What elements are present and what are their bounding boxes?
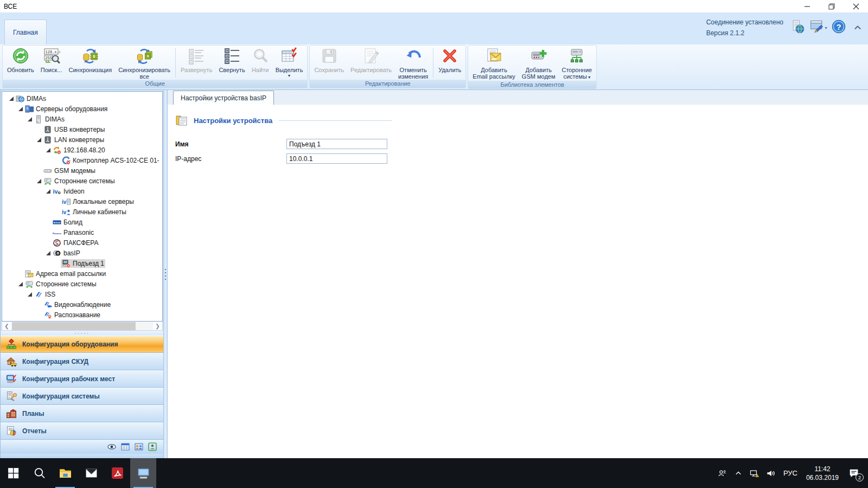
tab-device-settings[interactable]: Настройки устройства basIP bbox=[173, 91, 274, 105]
person-frame-button[interactable] bbox=[147, 441, 158, 452]
tree-item[interactable]: Контроллер ACS-102-CE 01- bbox=[2, 155, 162, 165]
collapse-tree-button[interactable]: Свернуть bbox=[215, 46, 248, 80]
refresh-button[interactable]: Обновить bbox=[4, 46, 37, 80]
help-icon: ? bbox=[831, 19, 846, 36]
notification-center-button[interactable]: 2 bbox=[843, 458, 865, 488]
third-party-sys-icon bbox=[43, 177, 53, 185]
tree-item[interactable]: DIMAs bbox=[2, 114, 162, 124]
tree-item[interactable]: GSM модемы bbox=[2, 165, 162, 176]
db-globe-button[interactable] bbox=[789, 20, 806, 36]
tree-item[interactable]: 192.168.48.20 bbox=[2, 145, 162, 155]
ip-device-icon bbox=[53, 146, 62, 155]
undo-button[interactable]: Отменить изменения bbox=[395, 46, 431, 80]
panasonic-icon: Panasonic bbox=[53, 228, 62, 237]
scroll-right-arrow[interactable]: ❯ bbox=[153, 322, 162, 330]
scroll-left-arrow[interactable]: ❮ bbox=[2, 322, 11, 330]
minimize-button[interactable] bbox=[795, 0, 819, 12]
nav-item-system-config[interactable]: Конфигурация системы bbox=[1, 388, 163, 405]
status-connection: Соединение установлено bbox=[706, 17, 783, 28]
device-settings-icon bbox=[175, 114, 189, 127]
tree-item[interactable]: Видеонаблюдение bbox=[2, 299, 162, 310]
scroll-thumb[interactable] bbox=[12, 322, 136, 330]
tree-expander-icon[interactable] bbox=[44, 251, 52, 255]
tb-acrobat-taskbar-button[interactable] bbox=[104, 458, 130, 488]
select-table-button[interactable]: Выделить▾ bbox=[272, 46, 307, 80]
tree-expander-icon[interactable] bbox=[8, 97, 15, 101]
edit-icon bbox=[362, 47, 380, 67]
restore-button[interactable] bbox=[819, 0, 844, 12]
tree-item[interactable]: LAN конвертеры bbox=[2, 134, 162, 145]
tree-item[interactable]: Адреса email рассылки bbox=[2, 268, 162, 279]
eye-button[interactable] bbox=[106, 441, 117, 452]
vertical-splitter[interactable] bbox=[163, 90, 168, 458]
start-taskbar-button[interactable] bbox=[0, 458, 26, 488]
tab-home[interactable]: Главная bbox=[4, 20, 47, 44]
tree-item-label: Подъезд 1 bbox=[73, 260, 104, 267]
tree-expander-icon[interactable] bbox=[35, 138, 42, 142]
tree-item[interactable]: ivЛокальные серверы bbox=[2, 196, 162, 207]
nav-item-org-chart[interactable]: Конфигурация оборудования bbox=[1, 336, 163, 353]
add-gsm-button[interactable]: Добавить GSM модем bbox=[519, 46, 559, 81]
nav-item-reports[interactable]: Отчеты bbox=[1, 422, 163, 440]
panel-splitter-handle[interactable]: ····· bbox=[1, 331, 163, 336]
tree-item[interactable]: USB конвертеры bbox=[2, 124, 162, 134]
tree-item[interactable]: Подъезд 1 bbox=[2, 258, 162, 268]
help-button[interactable]: ? bbox=[830, 20, 847, 36]
tree-item[interactable]: PanasonicPanasonic bbox=[2, 227, 162, 237]
tree-item[interactable]: basIP bbox=[2, 248, 162, 258]
nav-item-plans[interactable]: Планы bbox=[1, 405, 163, 422]
field-input[interactable] bbox=[286, 139, 387, 149]
tree-item[interactable]: ПАКСФЕРА bbox=[2, 237, 162, 248]
tb-explorer-taskbar-button[interactable] bbox=[52, 458, 78, 488]
clock[interactable]: 11:42 06.03.2019 bbox=[802, 465, 843, 482]
tree-item[interactable]: DIMAs bbox=[2, 93, 162, 104]
third-party-sys-icon bbox=[25, 280, 34, 288]
grid-table-button[interactable] bbox=[120, 441, 131, 452]
nav-item-label: Отчеты bbox=[22, 427, 47, 435]
paksfera-icon bbox=[53, 239, 62, 247]
tree-expander-icon[interactable] bbox=[17, 107, 24, 111]
tree-item[interactable]: ivЛичные кабинеты bbox=[2, 207, 162, 217]
tree-expander-icon[interactable] bbox=[35, 179, 42, 183]
search-ip-button[interactable]: 128.x.x255Поиск... bbox=[37, 46, 66, 80]
tree-item[interactable]: ISS bbox=[2, 289, 162, 299]
sync-button[interactable]: Синхронизация bbox=[65, 46, 115, 80]
tree-expander-icon[interactable] bbox=[17, 282, 24, 286]
ribbon-button-label: Обновить bbox=[7, 67, 34, 73]
tree-item[interactable]: BOLIDБолид bbox=[2, 217, 162, 227]
tb-app-taskbar-button[interactable] bbox=[130, 458, 156, 488]
tray-overflow-button[interactable] bbox=[730, 458, 746, 488]
tree-item-label: Видеонаблюдение bbox=[54, 301, 111, 309]
collapse-ribbon-button[interactable] bbox=[853, 23, 863, 33]
tree-expander-icon[interactable] bbox=[26, 117, 33, 121]
nav-item-skud-house[interactable]: Конфигурация СКУД bbox=[1, 353, 163, 370]
tree-expander-icon[interactable] bbox=[44, 148, 52, 152]
tree-item[interactable]: Сторонние системы bbox=[2, 279, 162, 289]
theme-brush-button[interactable]: ▾ bbox=[809, 20, 827, 36]
close-button[interactable] bbox=[844, 0, 868, 12]
expand-tree-icon bbox=[188, 47, 205, 67]
iv-person-icon: iv bbox=[62, 208, 71, 216]
tree-item[interactable]: Сторонние системы bbox=[2, 176, 162, 186]
tree-expander-icon[interactable] bbox=[26, 292, 33, 297]
third-party-button[interactable]: Сторонние системы ▾ bbox=[559, 46, 596, 81]
tb-mail-taskbar-button[interactable] bbox=[78, 458, 104, 488]
delete-button[interactable]: Удалить bbox=[435, 46, 464, 80]
add-email-button[interactable]: Добавить Email рассылку bbox=[469, 46, 519, 81]
tb-search-taskbar-button[interactable] bbox=[26, 458, 52, 488]
titlebar: ВСЕ bbox=[0, 0, 868, 12]
nav-item-workstation[interactable]: Конфигурация рабочих мест bbox=[1, 370, 163, 388]
language-indicator[interactable]: РУС bbox=[779, 469, 802, 477]
content-area: Настройки устройства basIP Настройки уст… bbox=[168, 90, 868, 458]
tree-item[interactable]: Серверы оборудования bbox=[2, 104, 162, 114]
tree-item[interactable]: Распознавание bbox=[2, 310, 162, 320]
sync-all-button[interactable]: Синхронизировать все bbox=[115, 46, 174, 80]
field-input[interactable] bbox=[286, 153, 387, 164]
network-tray-button[interactable] bbox=[746, 458, 763, 488]
tree-item[interactable]: ivIvideon bbox=[2, 186, 162, 196]
people-tray-button[interactable] bbox=[714, 458, 730, 488]
image-people-button[interactable] bbox=[133, 441, 144, 452]
volume-tray-button[interactable] bbox=[763, 458, 779, 488]
edit-button: Редактировать bbox=[347, 46, 395, 80]
tree-expander-icon[interactable] bbox=[44, 189, 52, 194]
